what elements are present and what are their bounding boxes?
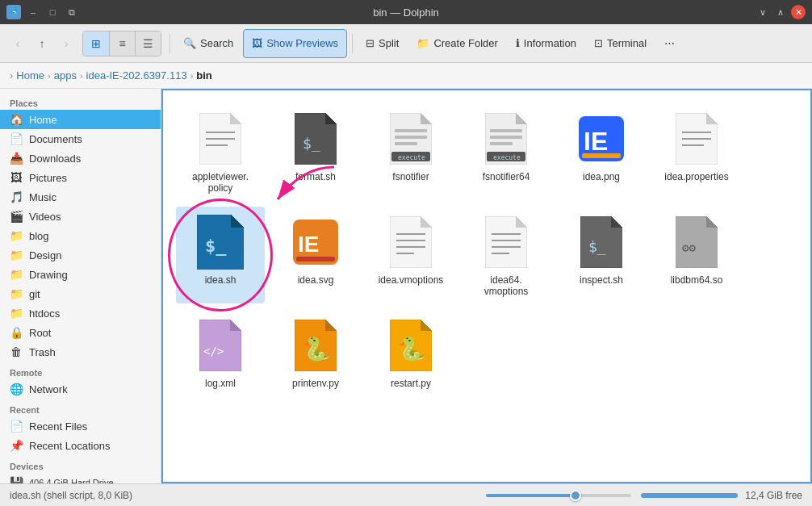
breadcrumb-current: bin [196,69,212,82]
svg-rect-18 [490,136,522,139]
search-button[interactable]: 🔍 Search [175,29,241,58]
sidebar-recent-label: Recent [0,399,161,416]
file-area[interactable]: appletviewer.policy $_ format.sh [161,89,812,483]
toolbar-separator-2 [352,34,353,53]
titlebar-chevron-up[interactable]: ∧ [773,5,788,19]
file-label-inspect-sh: inspect.sh [580,274,623,286]
blog-icon: 📁 [10,229,23,242]
view-compact-button[interactable]: ≡ [109,31,135,56]
sidebar-item-git[interactable]: 📁 git [0,284,161,303]
file-item-idea-properties[interactable]: idea.properties [652,103,741,200]
zoom-slider[interactable] [486,494,631,497]
svg-rect-17 [490,129,522,132]
split-icon: ⊟ [366,37,375,49]
file-item-restart-py[interactable]: 🐍 restart.py [366,310,455,395]
file-item-idea-vmoptions[interactable]: idea.vmoptions [366,207,455,303]
htdocs-icon: 📁 [10,307,23,320]
file-item-idea64-vmoptions[interactable]: idea64.vmoptions [462,207,550,303]
file-item-idea-sh[interactable]: $_ idea.sh [176,207,265,303]
file-item-appletviewer[interactable]: appletviewer.policy [176,103,265,200]
pictures-icon: 🖼 [10,171,23,184]
terminal-button[interactable]: ⊡ Terminal [586,29,655,58]
file-item-log-xml[interactable]: </> log.xml [176,310,265,395]
svg-rect-19 [490,142,513,145]
file-item-idea-png[interactable]: IE idea.png [557,103,646,200]
view-icons-button[interactable]: ⊞ [83,31,109,56]
file-icon-inspect-sh: $_ [572,213,630,271]
sidebar-item-network[interactable]: 🌐 Network [0,379,161,399]
titlebar-minimize[interactable]: – [26,5,40,19]
more-button[interactable]: ⋯ [656,29,683,58]
information-icon: ℹ [516,37,520,49]
file-item-fsnotifier64[interactable]: execute fsnotifier64 [462,103,550,200]
sidebar-item-music[interactable]: 🎵 Music [0,187,161,207]
sidebar-item-root[interactable]: 🔒 Root [0,323,161,342]
titlebar-restore[interactable]: ⧉ [65,5,79,19]
sidebar-item-home[interactable]: 🏠 Home [0,110,161,129]
sidebar-item-recent-files[interactable]: 📄 Recent Files [0,416,161,436]
file-label-appletviewer: appletviewer.policy [192,171,249,194]
view-buttons: ⊞ ≡ ☰ [82,31,161,56]
file-icon-restart-py: 🐍 [382,316,440,374]
file-label-idea-sh: idea.sh [205,274,236,286]
sidebar-item-blog[interactable]: 📁 blog [0,226,161,245]
file-item-fsnotifier[interactable]: execute fsnotifier [366,103,455,200]
file-icon-idea-svg: IE [287,213,345,271]
split-button[interactable]: ⊟ Split [358,29,407,58]
main-layout: Places 🏠 Home 📄 Documents 📥 Downloads 🖼 … [0,89,812,483]
svg-text:execute: execute [493,154,521,161]
file-label-idea64-vmoptions: idea64.vmoptions [484,274,529,297]
sidebar-item-label-drawing: Drawing [29,269,68,281]
titlebar-maximize[interactable]: □ [45,5,60,19]
slider-track [486,494,631,497]
titlebar: 🐬 – □ ⧉ bin — Dolphin ∨ ∧ ✕ [0,0,812,24]
file-label-idea-vmoptions: idea.vmoptions [379,274,444,286]
file-item-inspect-sh[interactable]: $_ inspect.sh [557,207,646,303]
sidebar-item-recent-locations[interactable]: 📌 Recent Locations [0,436,161,455]
svg-marker-31 [231,215,244,228]
nav-forward-button[interactable]: › [55,32,77,55]
sidebar-item-label-blog: blog [29,230,49,242]
sidebar-devices-label: Devices [0,455,161,473]
titlebar-close[interactable]: ✕ [791,5,806,19]
sidebar-item-downloads[interactable]: 📥 Downloads [0,148,161,168]
file-item-libdbm64-so[interactable]: ⚙⚙ libdbm64.so [652,207,741,303]
sidebar-item-documents[interactable]: 📄 Documents [0,129,161,148]
file-item-format-sh[interactable]: $_ format.sh [271,103,360,200]
sidebar-item-design[interactable]: 📁 Design [0,245,161,265]
toolbar-separator-1 [170,34,170,53]
titlebar-chevron-down[interactable]: ∨ [755,5,770,19]
toolbar: ‹ ↑ › ⊞ ≡ ☰ 🔍 Search 🖼 Show Previews ⊟ S… [0,24,812,63]
sidebar-item-label-pictures: Pictures [29,172,67,184]
sidebar-item-videos[interactable]: 🎬 Videos [0,207,161,226]
svg-text:IE: IE [298,232,319,257]
sidebar-item-drawing[interactable]: 📁 Drawing [0,265,161,284]
breadcrumb-idea-ie[interactable]: idea-IE-202.6397.113 [86,69,187,82]
sidebar-item-label-root: Root [29,327,51,339]
downloads-icon: 📥 [10,152,23,165]
sidebar-item-hdd1[interactable]: 💾 406,4 GiB Hard Drive [0,473,161,483]
terminal-icon: ⊡ [594,37,603,49]
information-button[interactable]: ℹ Information [508,29,584,58]
sidebar-item-trash[interactable]: 🗑 Trash [0,342,161,362]
slider-thumb[interactable] [570,490,581,501]
file-item-printenv-py[interactable]: 🐍 printenv.py [271,310,360,395]
sidebar-item-pictures[interactable]: 🖼 Pictures [0,168,161,187]
nav-up-button[interactable]: ↑ [31,32,53,55]
svg-text:execute: execute [398,154,425,161]
sidebar-item-htdocs[interactable]: 📁 htdocs [0,303,161,323]
search-label: Search [200,37,233,49]
create-folder-button[interactable]: 📁 Create Folder [408,29,505,58]
file-item-idea-svg[interactable]: IE idea.svg [271,207,360,303]
svg-text:IE: IE [584,127,608,156]
network-icon: 🌐 [10,383,23,395]
breadcrumb-apps[interactable]: apps [54,69,77,82]
sidebar-item-label-documents: Documents [29,133,82,145]
nav-back-button[interactable]: ‹ [6,32,29,55]
view-details-button[interactable]: ☰ [135,31,161,56]
breadcrumb-home[interactable]: Home [16,69,44,82]
design-icon: 📁 [10,249,23,261]
git-icon: 📁 [10,287,23,300]
previews-icon: 🖼 [252,37,262,49]
show-previews-button[interactable]: 🖼 Show Previews [243,29,347,58]
